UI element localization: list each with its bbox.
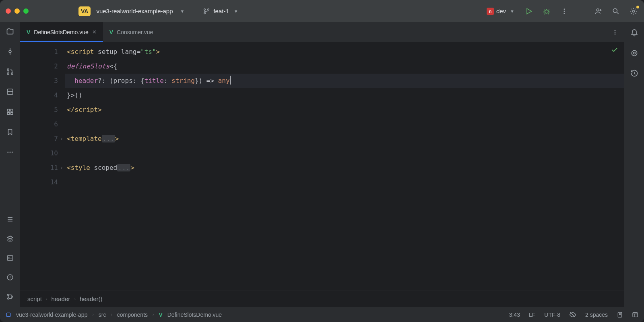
problems-tool-button[interactable] [6, 273, 14, 282]
history-button[interactable] [630, 69, 639, 78]
tab-define-slots-demo[interactable]: V DefineSlotsDemo.vue ✕ [20, 22, 103, 42]
build-tool-button[interactable] [6, 234, 14, 243]
branch-selector[interactable]: feat-1 ▼ [203, 8, 239, 15]
svg-point-24 [7, 294, 9, 296]
chevron-down-icon[interactable]: ▼ [179, 9, 186, 14]
more-tools-button[interactable] [6, 148, 14, 157]
maximize-window-button[interactable] [23, 8, 29, 14]
terminal-tool-button[interactable] [6, 254, 14, 262]
svg-point-7 [597, 8, 599, 11]
left-toolbar [0, 22, 20, 307]
more-actions-button[interactable] [559, 6, 569, 16]
tab-consumer[interactable]: V Consumer.vue [103, 22, 160, 42]
svg-point-3 [545, 10, 548, 13]
svg-point-13 [11, 73, 12, 74]
svg-point-4 [564, 8, 565, 10]
line-separator[interactable]: LF [529, 312, 535, 318]
svg-point-1 [204, 12, 206, 14]
notifications-button[interactable] [630, 29, 639, 37]
nav-project[interactable]: vue3-realworld-example-app [16, 312, 87, 318]
nav-segment[interactable]: components [117, 312, 148, 318]
chevron-right-icon: › [153, 312, 154, 317]
run-config-name: dev [496, 8, 506, 14]
crumb[interactable]: header() [80, 295, 103, 302]
svg-point-21 [11, 152, 12, 153]
status-bar: vue3-realworld-example-app › src › compo… [0, 307, 644, 322]
svg-point-9 [633, 10, 635, 12]
text-caret [230, 76, 231, 85]
module-icon [6, 312, 11, 318]
fold-toggle[interactable]: › [59, 132, 64, 146]
run-config-selector[interactable]: n dev ▼ [487, 8, 516, 15]
nav-segment[interactable]: src [99, 312, 106, 318]
line-gutter: 1 2 3 4 5 6 7 10 11 14 › › [20, 42, 65, 291]
svg-rect-32 [6, 313, 10, 316]
svg-rect-34 [633, 312, 638, 317]
npm-icon: n [487, 8, 494, 15]
svg-point-31 [633, 52, 635, 54]
services-tool-button[interactable] [6, 107, 14, 116]
svg-point-28 [615, 31, 616, 33]
project-name[interactable]: vue3-realworld-example-app [96, 8, 173, 14]
svg-point-8 [613, 8, 617, 12]
svg-point-25 [7, 298, 9, 299]
debug-button[interactable] [542, 6, 551, 16]
close-tab-button[interactable]: ✕ [92, 29, 97, 35]
vcs-tool-button[interactable] [6, 292, 14, 301]
right-toolbar [624, 22, 644, 307]
tab-label: Consumer.vue [117, 29, 153, 35]
vue-icon: V [27, 29, 30, 35]
svg-rect-17 [7, 113, 9, 115]
folded-region[interactable]: ... [117, 164, 130, 171]
tab-options-button[interactable] [606, 22, 624, 42]
svg-point-19 [7, 152, 8, 153]
ai-assistant-button[interactable] [630, 49, 639, 58]
minimize-window-button[interactable] [14, 8, 20, 14]
vue-icon: V [159, 312, 162, 318]
titlebar: VA vue3-realworld-example-app ▼ feat-1 ▼… [0, 0, 644, 22]
project-tool-button[interactable] [6, 27, 14, 36]
file-encoding[interactable]: UTF-8 [544, 312, 560, 318]
vue-icon: V [109, 29, 113, 35]
memory-indicator[interactable] [617, 312, 623, 318]
update-indicator-dot [636, 6, 639, 8]
structure-tool-button[interactable] [6, 87, 14, 96]
todo-tool-button[interactable] [6, 215, 14, 224]
chevron-right-icon: › [74, 297, 76, 301]
editor-tabs: V DefineSlotsDemo.vue ✕ V Consumer.vue [20, 22, 624, 42]
readonly-toggle[interactable] [569, 311, 576, 318]
cursor-position[interactable]: 3:43 [509, 312, 520, 318]
folded-region[interactable]: ... [102, 135, 115, 142]
window-controls [6, 8, 29, 14]
bookmarks-tool-button[interactable] [6, 128, 14, 136]
tool-window-layout-button[interactable] [632, 312, 638, 318]
tab-label: DefineSlotsDemo.vue [34, 29, 88, 35]
inspection-ok-icon[interactable] [611, 46, 618, 54]
svg-point-2 [208, 8, 209, 10]
run-button[interactable] [524, 6, 534, 16]
svg-point-20 [9, 152, 10, 153]
svg-rect-16 [10, 109, 12, 111]
fold-toggle[interactable]: › [59, 161, 64, 175]
svg-point-6 [564, 12, 565, 14]
settings-button[interactable] [629, 6, 638, 16]
svg-point-0 [204, 8, 206, 10]
branch-icon [203, 8, 210, 15]
search-button[interactable] [611, 6, 621, 16]
chevron-right-icon: › [92, 312, 93, 317]
svg-point-29 [615, 33, 616, 35]
crumb[interactable]: header [52, 295, 70, 302]
nav-file[interactable]: DefineSlotsDemo.vue [167, 312, 222, 318]
chevron-right-icon: › [46, 297, 47, 301]
code-editor[interactable]: 1 2 3 4 5 6 7 10 11 14 › › [20, 42, 624, 291]
close-window-button[interactable] [6, 8, 11, 14]
indent-setting[interactable]: 2 spaces [585, 312, 608, 318]
commit-tool-button[interactable] [6, 47, 14, 56]
svg-point-12 [7, 73, 8, 74]
code-area[interactable]: <script setup lang="ts"> defineSlots<{ h… [65, 42, 624, 291]
pull-requests-tool-button[interactable] [6, 67, 14, 76]
project-badge: VA [78, 6, 91, 16]
collaborate-button[interactable] [593, 6, 603, 16]
crumb[interactable]: script [27, 295, 42, 302]
chevron-down-icon: ▼ [508, 9, 516, 14]
